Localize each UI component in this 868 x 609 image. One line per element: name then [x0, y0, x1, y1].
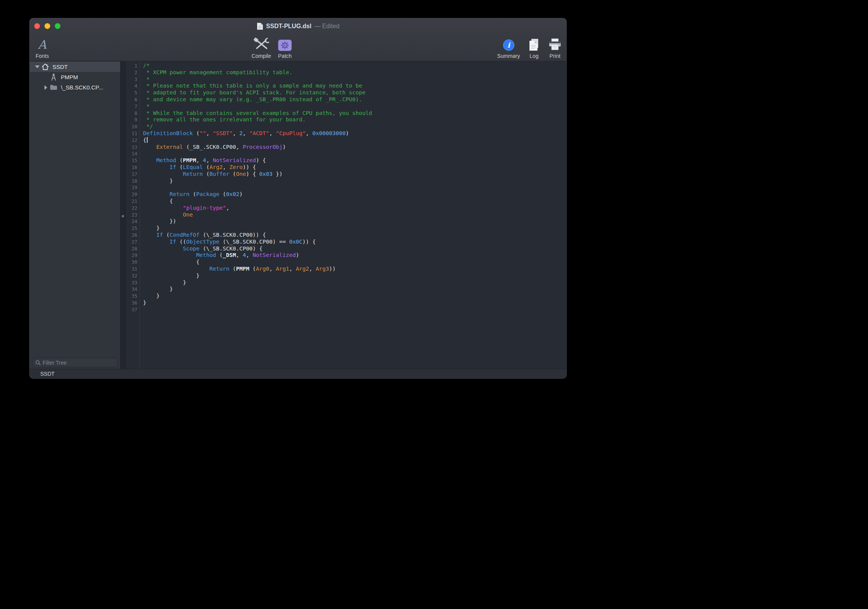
code-line[interactable]: }	[143, 286, 566, 293]
code-line[interactable]: {	[143, 198, 566, 205]
code-line[interactable]: Return (Package (0x02)	[143, 191, 566, 198]
code-token: )) {	[302, 239, 316, 245]
code-line[interactable]: *	[143, 76, 566, 83]
code-line[interactable]: * XCPM power management compatibility ta…	[143, 69, 566, 76]
code-token: }	[143, 300, 146, 306]
code-line[interactable]: Return (Buffer (One) { 0x03 })	[143, 171, 566, 178]
code-line[interactable]: Method (PMPM, 4, NotSerialized) {	[143, 157, 566, 164]
code-line[interactable]: })	[143, 218, 566, 225]
line-number: 7	[126, 103, 140, 110]
code-token: Return	[210, 266, 229, 272]
print-button[interactable]: Print	[530, 36, 567, 59]
code-line[interactable]: DefinitionBlock ("", "SSDT", 2, "ACDT", …	[143, 130, 566, 137]
disclosure-collapsed-icon[interactable]	[42, 84, 49, 91]
code-token: PMPM	[183, 157, 196, 163]
line-number: 9	[126, 116, 140, 123]
code-line[interactable]: Method (_DSM, 4, NotSerialized)	[143, 252, 566, 259]
tree-item-label: PMPM	[61, 74, 78, 80]
code-token: Package	[196, 191, 219, 197]
code-line[interactable]: * remove all the ones irrelevant for you…	[143, 116, 566, 123]
code-line[interactable]: }	[143, 273, 566, 279]
code-token: (_SB_.SCK0.CP00,	[183, 144, 243, 150]
titlebar[interactable]: SSDT-PLUG.dsl — Edited	[30, 18, 566, 34]
code-line[interactable]: }	[143, 293, 566, 300]
code-line[interactable]: /*	[143, 62, 566, 69]
code-line[interactable]: *	[143, 103, 566, 110]
disclosure-expanded-icon[interactable]	[33, 63, 41, 71]
code-line[interactable]: Return (PMPM (Arg0, Arg1, Arg2, Arg3))	[143, 266, 566, 273]
code-line[interactable]: * adapted to fit your board's ACPI stack…	[143, 89, 566, 96]
app-window: SSDT-PLUG.dsl — Edited A Fonts	[29, 18, 567, 379]
tree-item-label: \_SB.SCK0.CP...	[61, 84, 103, 91]
line-number: 31	[126, 266, 140, 273]
code-line[interactable]: {	[143, 137, 566, 144]
code-line[interactable]: One	[143, 212, 566, 218]
code-line[interactable]	[143, 306, 566, 313]
code-token: * remove all the ones irrelevant for you…	[143, 116, 306, 123]
code-line[interactable]: {	[143, 259, 566, 266]
code-token: }	[143, 178, 173, 184]
code-lines[interactable]: /* * XCPM power management compatibility…	[140, 61, 566, 369]
line-number: 36	[126, 300, 140, 306]
compass-icon	[49, 73, 58, 81]
code-token: )	[296, 252, 299, 258]
code-line[interactable]	[143, 150, 566, 157]
disclosure-spacer	[42, 73, 49, 81]
sidebar: SSDT PMPM	[30, 61, 120, 369]
code-token: })	[143, 218, 176, 224]
code-token: Arg2	[210, 164, 223, 170]
code-line[interactable]: }	[143, 178, 566, 185]
code-line[interactable]: */	[143, 123, 566, 130]
line-number: 29	[126, 252, 140, 259]
code-token: {	[143, 198, 173, 204]
code-line[interactable]: }	[143, 300, 566, 306]
code-line[interactable]: If (CondRefOf (\_SB.SCK0.CP00)) {	[143, 232, 566, 239]
code-token	[143, 144, 156, 150]
patch-button[interactable]: Patch	[260, 36, 310, 59]
code-line[interactable]: }	[143, 225, 566, 232]
tree-item-pmpm[interactable]: PMPM	[30, 72, 120, 82]
code-line[interactable]: * While the table contains several examp…	[143, 110, 566, 117]
code-line[interactable]: "plugin-type",	[143, 205, 566, 212]
line-number: 24	[126, 218, 140, 225]
code-token	[143, 191, 170, 197]
code-token: )	[346, 130, 349, 136]
filter-input[interactable]	[43, 360, 114, 366]
code-line[interactable]: }	[143, 279, 566, 286]
code-editor[interactable]: 1234567891011121314151617181920212223242…	[126, 61, 566, 369]
code-line[interactable]: If ((ObjectType (\_SB.SCK0.CP00) == 0x0C…	[143, 239, 566, 246]
filter-field[interactable]	[32, 358, 118, 367]
line-number: 32	[126, 273, 140, 279]
code-line[interactable]: * Please note that this table is only a …	[143, 83, 566, 89]
code-token: )	[239, 191, 243, 197]
code-token: (\_SB.SCK0.CP00) {	[199, 246, 262, 252]
code-token: * and device name may vary (e.g. _SB_.PR…	[143, 96, 362, 102]
fonts-button[interactable]: A Fonts	[29, 36, 67, 59]
tree-item-ssdt[interactable]: SSDT	[30, 62, 120, 72]
code-token: (	[203, 171, 209, 177]
code-token: _DSM	[223, 252, 236, 258]
tree-item-label: SSDT	[52, 64, 68, 70]
code-token: (	[229, 171, 236, 177]
fonts-label: Fonts	[35, 53, 49, 59]
tree-item-sb-sck0[interactable]: \_SB.SCK0.CP...	[30, 82, 120, 92]
code-token: PMPM	[236, 266, 249, 272]
code-token: ) {	[246, 171, 259, 177]
code-line[interactable]: External (_SB_.SCK0.CP00, ProcessorObj)	[143, 144, 566, 151]
splitter[interactable]	[120, 61, 126, 369]
line-number: 37	[126, 306, 140, 313]
code-token: ObjectType	[186, 239, 219, 245]
line-number: 17	[126, 171, 140, 178]
line-number: 22	[126, 205, 140, 212]
code-token: (	[249, 266, 256, 272]
code-line[interactable]: Scope (\_SB.SCK0.CP00) {	[143, 246, 566, 252]
code-token: If	[156, 232, 163, 238]
code-line[interactable]	[143, 184, 566, 191]
code-line[interactable]: * and device name may vary (e.g. _SB_.PR…	[143, 96, 566, 103]
code-line[interactable]: If (LEqual (Arg2, Zero)) {	[143, 164, 566, 171]
code-token: "SSDT"	[213, 130, 232, 136]
splitter-handle[interactable]	[122, 215, 124, 217]
code-token: ProcessorObj	[243, 144, 283, 150]
code-token: ,	[269, 130, 276, 136]
code-token: Return	[183, 171, 203, 177]
